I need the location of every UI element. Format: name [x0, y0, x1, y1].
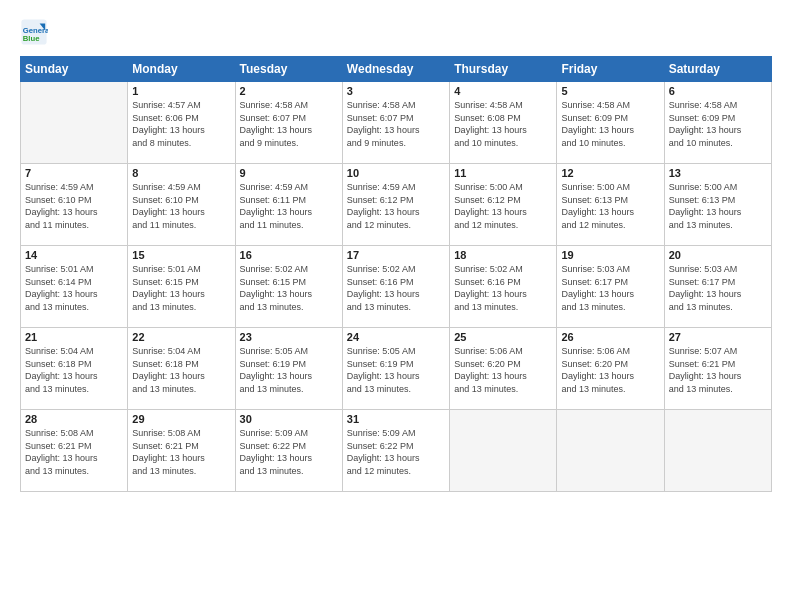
cell-info: Sunrise: 5:02 AM Sunset: 6:16 PM Dayligh…	[347, 263, 445, 313]
cell-info: Sunrise: 4:58 AM Sunset: 6:09 PM Dayligh…	[669, 99, 767, 149]
svg-text:Blue: Blue	[23, 34, 40, 43]
cell-info: Sunrise: 5:00 AM Sunset: 6:12 PM Dayligh…	[454, 181, 552, 231]
cell-info: Sunrise: 5:03 AM Sunset: 6:17 PM Dayligh…	[561, 263, 659, 313]
cell-info: Sunrise: 5:02 AM Sunset: 6:15 PM Dayligh…	[240, 263, 338, 313]
weekday-header-tuesday: Tuesday	[235, 57, 342, 82]
weekday-header-wednesday: Wednesday	[342, 57, 449, 82]
calendar-cell	[450, 410, 557, 492]
cell-date: 2	[240, 85, 338, 97]
cell-date: 24	[347, 331, 445, 343]
cell-date: 21	[25, 331, 123, 343]
calendar-cell: 4Sunrise: 4:58 AM Sunset: 6:08 PM Daylig…	[450, 82, 557, 164]
cell-date: 25	[454, 331, 552, 343]
logo-icon: General Blue	[20, 18, 48, 46]
cell-date: 27	[669, 331, 767, 343]
cell-info: Sunrise: 5:09 AM Sunset: 6:22 PM Dayligh…	[347, 427, 445, 477]
cell-date: 11	[454, 167, 552, 179]
weekday-header-sunday: Sunday	[21, 57, 128, 82]
cell-info: Sunrise: 5:01 AM Sunset: 6:15 PM Dayligh…	[132, 263, 230, 313]
weekday-header-monday: Monday	[128, 57, 235, 82]
cell-date: 3	[347, 85, 445, 97]
cell-date: 20	[669, 249, 767, 261]
calendar-cell: 28Sunrise: 5:08 AM Sunset: 6:21 PM Dayli…	[21, 410, 128, 492]
week-row-4: 28Sunrise: 5:08 AM Sunset: 6:21 PM Dayli…	[21, 410, 772, 492]
cell-date: 13	[669, 167, 767, 179]
calendar-cell: 21Sunrise: 5:04 AM Sunset: 6:18 PM Dayli…	[21, 328, 128, 410]
cell-date: 15	[132, 249, 230, 261]
cell-date: 18	[454, 249, 552, 261]
calendar-cell: 18Sunrise: 5:02 AM Sunset: 6:16 PM Dayli…	[450, 246, 557, 328]
calendar-cell: 11Sunrise: 5:00 AM Sunset: 6:12 PM Dayli…	[450, 164, 557, 246]
calendar-cell: 8Sunrise: 4:59 AM Sunset: 6:10 PM Daylig…	[128, 164, 235, 246]
cell-info: Sunrise: 4:59 AM Sunset: 6:12 PM Dayligh…	[347, 181, 445, 231]
page: General Blue SundayMondayTuesdayWednesda…	[0, 0, 792, 612]
cell-info: Sunrise: 5:09 AM Sunset: 6:22 PM Dayligh…	[240, 427, 338, 477]
calendar-cell: 20Sunrise: 5:03 AM Sunset: 6:17 PM Dayli…	[664, 246, 771, 328]
calendar-cell: 19Sunrise: 5:03 AM Sunset: 6:17 PM Dayli…	[557, 246, 664, 328]
cell-info: Sunrise: 4:58 AM Sunset: 6:07 PM Dayligh…	[347, 99, 445, 149]
calendar-cell	[557, 410, 664, 492]
cell-info: Sunrise: 5:05 AM Sunset: 6:19 PM Dayligh…	[240, 345, 338, 395]
cell-date: 29	[132, 413, 230, 425]
cell-info: Sunrise: 5:06 AM Sunset: 6:20 PM Dayligh…	[561, 345, 659, 395]
calendar-cell: 7Sunrise: 4:59 AM Sunset: 6:10 PM Daylig…	[21, 164, 128, 246]
calendar-cell: 13Sunrise: 5:00 AM Sunset: 6:13 PM Dayli…	[664, 164, 771, 246]
calendar-cell: 16Sunrise: 5:02 AM Sunset: 6:15 PM Dayli…	[235, 246, 342, 328]
cell-date: 7	[25, 167, 123, 179]
calendar-cell: 6Sunrise: 4:58 AM Sunset: 6:09 PM Daylig…	[664, 82, 771, 164]
calendar-cell: 24Sunrise: 5:05 AM Sunset: 6:19 PM Dayli…	[342, 328, 449, 410]
cell-info: Sunrise: 5:01 AM Sunset: 6:14 PM Dayligh…	[25, 263, 123, 313]
cell-date: 4	[454, 85, 552, 97]
calendar-cell: 23Sunrise: 5:05 AM Sunset: 6:19 PM Dayli…	[235, 328, 342, 410]
weekday-header-thursday: Thursday	[450, 57, 557, 82]
cell-info: Sunrise: 4:58 AM Sunset: 6:09 PM Dayligh…	[561, 99, 659, 149]
cell-date: 28	[25, 413, 123, 425]
cell-info: Sunrise: 5:07 AM Sunset: 6:21 PM Dayligh…	[669, 345, 767, 395]
cell-info: Sunrise: 4:57 AM Sunset: 6:06 PM Dayligh…	[132, 99, 230, 149]
cell-date: 22	[132, 331, 230, 343]
week-row-3: 21Sunrise: 5:04 AM Sunset: 6:18 PM Dayli…	[21, 328, 772, 410]
calendar-cell: 31Sunrise: 5:09 AM Sunset: 6:22 PM Dayli…	[342, 410, 449, 492]
cell-info: Sunrise: 4:59 AM Sunset: 6:11 PM Dayligh…	[240, 181, 338, 231]
cell-date: 14	[25, 249, 123, 261]
cell-info: Sunrise: 5:04 AM Sunset: 6:18 PM Dayligh…	[132, 345, 230, 395]
week-row-0: 1Sunrise: 4:57 AM Sunset: 6:06 PM Daylig…	[21, 82, 772, 164]
calendar-cell	[21, 82, 128, 164]
calendar-cell	[664, 410, 771, 492]
calendar-cell: 10Sunrise: 4:59 AM Sunset: 6:12 PM Dayli…	[342, 164, 449, 246]
cell-date: 12	[561, 167, 659, 179]
calendar-cell: 14Sunrise: 5:01 AM Sunset: 6:14 PM Dayli…	[21, 246, 128, 328]
cell-info: Sunrise: 4:58 AM Sunset: 6:08 PM Dayligh…	[454, 99, 552, 149]
cell-info: Sunrise: 4:59 AM Sunset: 6:10 PM Dayligh…	[25, 181, 123, 231]
calendar-cell: 25Sunrise: 5:06 AM Sunset: 6:20 PM Dayli…	[450, 328, 557, 410]
calendar-cell: 3Sunrise: 4:58 AM Sunset: 6:07 PM Daylig…	[342, 82, 449, 164]
cell-date: 26	[561, 331, 659, 343]
cell-date: 8	[132, 167, 230, 179]
logo: General Blue	[20, 18, 50, 46]
cell-info: Sunrise: 4:59 AM Sunset: 6:10 PM Dayligh…	[132, 181, 230, 231]
weekday-header-friday: Friday	[557, 57, 664, 82]
calendar-cell: 27Sunrise: 5:07 AM Sunset: 6:21 PM Dayli…	[664, 328, 771, 410]
week-row-2: 14Sunrise: 5:01 AM Sunset: 6:14 PM Dayli…	[21, 246, 772, 328]
cell-info: Sunrise: 5:08 AM Sunset: 6:21 PM Dayligh…	[132, 427, 230, 477]
cell-date: 5	[561, 85, 659, 97]
cell-date: 16	[240, 249, 338, 261]
cell-date: 9	[240, 167, 338, 179]
calendar-cell: 15Sunrise: 5:01 AM Sunset: 6:15 PM Dayli…	[128, 246, 235, 328]
calendar-table: SundayMondayTuesdayWednesdayThursdayFrid…	[20, 56, 772, 492]
cell-date: 10	[347, 167, 445, 179]
calendar-cell: 5Sunrise: 4:58 AM Sunset: 6:09 PM Daylig…	[557, 82, 664, 164]
cell-date: 6	[669, 85, 767, 97]
cell-date: 1	[132, 85, 230, 97]
header: General Blue	[20, 18, 772, 46]
cell-info: Sunrise: 5:00 AM Sunset: 6:13 PM Dayligh…	[561, 181, 659, 231]
calendar-cell: 9Sunrise: 4:59 AM Sunset: 6:11 PM Daylig…	[235, 164, 342, 246]
cell-date: 19	[561, 249, 659, 261]
calendar-cell: 30Sunrise: 5:09 AM Sunset: 6:22 PM Dayli…	[235, 410, 342, 492]
calendar-cell: 29Sunrise: 5:08 AM Sunset: 6:21 PM Dayli…	[128, 410, 235, 492]
cell-info: Sunrise: 5:00 AM Sunset: 6:13 PM Dayligh…	[669, 181, 767, 231]
cell-info: Sunrise: 5:05 AM Sunset: 6:19 PM Dayligh…	[347, 345, 445, 395]
cell-info: Sunrise: 5:02 AM Sunset: 6:16 PM Dayligh…	[454, 263, 552, 313]
cell-info: Sunrise: 5:04 AM Sunset: 6:18 PM Dayligh…	[25, 345, 123, 395]
cell-info: Sunrise: 4:58 AM Sunset: 6:07 PM Dayligh…	[240, 99, 338, 149]
